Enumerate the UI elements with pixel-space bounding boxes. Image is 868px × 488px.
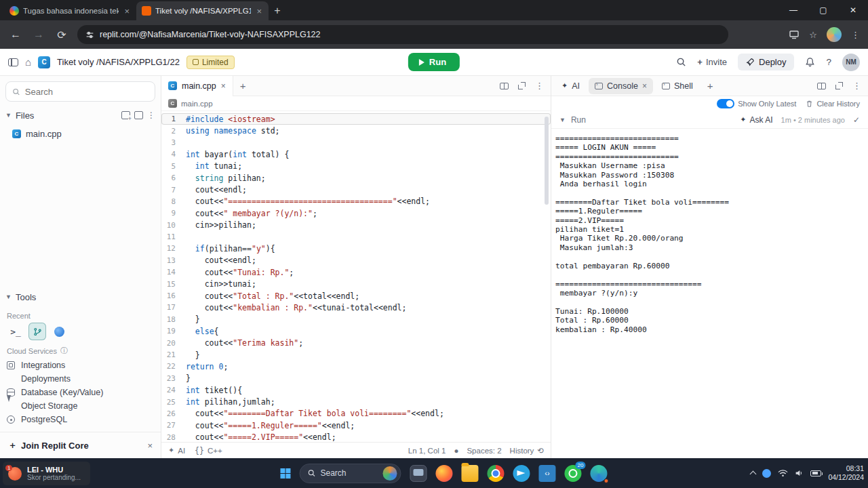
code-line[interactable]: 13 cout<<endl; <box>161 255 551 266</box>
expand-icon[interactable] <box>518 82 526 89</box>
files-menu-icon[interactable]: ⋮ <box>147 110 155 120</box>
history-button[interactable]: History⟲ <box>510 446 544 455</box>
install-app-icon[interactable] <box>789 29 800 40</box>
sidebar-item-deployments[interactable]: Deployments <box>5 372 155 386</box>
taskbar-search[interactable]: Search <box>299 464 401 483</box>
new-file-icon[interactable] <box>121 111 130 119</box>
taskbar-clock[interactable]: 08:31 04/12/2024 <box>828 464 864 482</box>
code-editor[interactable]: 1#include <iostream>2using namespace std… <box>161 111 551 442</box>
file-explorer-icon[interactable] <box>461 465 478 482</box>
bookmark-star-icon[interactable]: ☆ <box>809 30 817 40</box>
browser-tab[interactable]: Tugas bahasa indonesia teks de... × <box>4 1 136 20</box>
ai-status-button[interactable]: ✦AI <box>168 446 185 455</box>
start-button[interactable] <box>280 468 290 479</box>
tab-console[interactable]: Console × <box>589 78 653 94</box>
code-line[interactable]: 18 } <box>161 314 551 325</box>
code-line[interactable]: 25int pilihan,jumlah; <box>161 396 551 407</box>
sidebar-toggle-icon[interactable] <box>8 58 18 66</box>
new-folder-icon[interactable] <box>134 111 143 119</box>
code-line[interactable]: 23} <box>161 373 551 384</box>
code-line[interactable]: 12 if(pilihan=="y"){ <box>161 243 551 254</box>
code-line[interactable]: 21 } <box>161 349 551 361</box>
language-indicator[interactable]: {}C++ <box>195 446 222 455</box>
code-line[interactable]: 14 cout<<"Tunai: Rp."; <box>161 266 551 278</box>
files-section-header[interactable]: ▼ Files ⋮ <box>5 106 155 125</box>
clear-history-button[interactable]: Clear History <box>806 100 860 108</box>
tray-expand-icon[interactable] <box>750 471 757 478</box>
console-output[interactable]: ================================ LOGIN A… <box>551 129 868 458</box>
code-line[interactable]: 26 cout<<"========Daftar Tiket bola voli… <box>161 408 551 420</box>
cursor-position[interactable]: Ln 1, Col 1 <box>408 447 446 455</box>
code-line[interactable]: 11 <box>161 231 551 243</box>
code-line[interactable]: 9 cout<<" membayar ?(y/n):"; <box>161 207 551 219</box>
edge-icon[interactable] <box>590 465 607 482</box>
panel-menu-icon[interactable]: ⋮ <box>852 81 861 91</box>
split-view-icon[interactable] <box>500 83 509 89</box>
recent-tool-git-icon[interactable] <box>28 323 46 340</box>
code-line[interactable]: 28 cout<<"=====2.VIP====="<<endl; <box>161 432 551 442</box>
code-line[interactable]: 4int bayar(int total) { <box>161 148 551 160</box>
vscode-icon[interactable] <box>538 465 555 482</box>
browser-menu-icon[interactable]: ⋮ <box>851 30 860 40</box>
forward-button[interactable]: → <box>31 28 46 41</box>
code-line[interactable]: 16 cout<<"Total : Rp."<<total<<endl; <box>161 290 551 302</box>
notifications-bell-icon[interactable] <box>805 57 815 67</box>
editor-menu-icon[interactable]: ⋮ <box>535 81 544 91</box>
tab-close-icon[interactable]: × <box>642 81 647 91</box>
code-line[interactable]: 1#include <iostream> <box>161 113 551 125</box>
editor-tab-main-cpp[interactable]: C main.cpp × <box>161 76 233 96</box>
close-button[interactable]: ✕ <box>838 0 868 20</box>
wifi-icon[interactable] <box>778 469 788 477</box>
code-line[interactable]: 7 cout<<endl; <box>161 184 551 195</box>
sidebar-item-object-storage[interactable]: Object Storage <box>5 399 155 413</box>
chrome-icon[interactable] <box>487 465 504 482</box>
code-line[interactable]: 15 cin>>tunai; <box>161 278 551 289</box>
tab-shell[interactable]: Shell <box>656 78 699 94</box>
new-tab-button[interactable]: + <box>269 2 286 20</box>
url-bar[interactable]: replit.com/@NafisaMarcenia/Tiket-voly-NA… <box>77 25 728 44</box>
new-panel-tab-button[interactable]: + <box>701 80 720 92</box>
help-icon[interactable]: ? <box>826 57 831 67</box>
show-only-latest-toggle[interactable]: Show Only Latest <box>717 99 796 108</box>
home-icon[interactable]: ⌂ <box>25 56 31 68</box>
telegram-icon[interactable] <box>513 465 530 482</box>
sidebar-item-database[interactable]: Database (Key/Value) <box>5 386 155 399</box>
code-line[interactable]: 8 cout<<"===============================… <box>161 196 551 207</box>
tab-ai[interactable]: ✦ AI <box>555 78 586 94</box>
code-line[interactable]: 19 else{ <box>161 325 551 337</box>
tab-close-icon[interactable]: × <box>221 81 226 91</box>
speaker-icon[interactable] <box>795 469 804 477</box>
account-avatar[interactable]: NM <box>842 54 860 71</box>
chevron-down-icon[interactable]: ▼ <box>559 117 566 123</box>
recent-tool-shell-icon[interactable]: >_ <box>7 323 24 340</box>
sidebar-item-integrations[interactable]: Integrations <box>5 359 155 372</box>
code-line[interactable]: 22return 0; <box>161 361 551 372</box>
code-line[interactable]: 27 cout<<"=====1.Reguler====="<<endl; <box>161 420 551 431</box>
limited-badge[interactable]: Limited <box>186 56 235 69</box>
code-line[interactable]: 5 int tunai; <box>161 161 551 172</box>
search-icon[interactable] <box>676 57 686 67</box>
recent-tool-globe-icon[interactable] <box>50 323 68 340</box>
browser-tab-active[interactable]: Tiket voly /NAFISA/XPPLG1/22 × <box>136 1 269 20</box>
back-button[interactable]: ← <box>8 28 23 41</box>
tab-close-icon[interactable]: × <box>255 6 263 16</box>
code-line[interactable]: 24int tiket(){ <box>161 384 551 396</box>
code-line[interactable]: 2using namespace std; <box>161 125 551 136</box>
invite-button[interactable]: +Invite <box>697 57 727 67</box>
code-line[interactable]: 6 string pilihan; <box>161 172 551 184</box>
spaces-indicator[interactable]: Spaces: 2 <box>467 447 501 455</box>
battery-icon[interactable] <box>810 470 821 476</box>
sidebar-search[interactable] <box>5 81 155 102</box>
search-input[interactable] <box>25 87 149 97</box>
toggle-switch[interactable] <box>717 99 734 108</box>
whatsapp-icon[interactable]: 20 <box>564 465 581 482</box>
tray-app-icon[interactable] <box>762 469 771 478</box>
app-icon-monitor[interactable] <box>410 465 427 482</box>
minimize-button[interactable]: — <box>778 0 808 20</box>
maximize-button[interactable]: ▢ <box>808 0 838 20</box>
deploy-button[interactable]: Deploy <box>738 54 794 70</box>
expand-icon[interactable] <box>835 82 843 89</box>
split-view-icon[interactable] <box>817 83 826 89</box>
notification-toast[interactable]: 1 LEI - WHU Skor pertanding... <box>3 462 90 485</box>
join-replit-core-button[interactable]: ＋ Join Replit Core × <box>0 432 161 453</box>
